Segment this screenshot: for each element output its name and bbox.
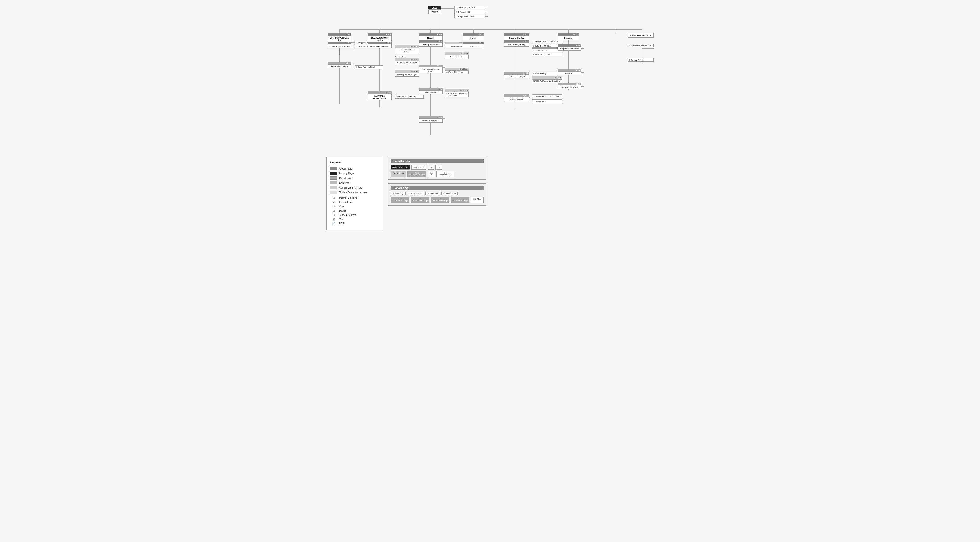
legend-title: Legend	[330, 161, 379, 164]
node-id-appropriate: 10.10 ID appropriate patients	[328, 62, 352, 69]
legend-external-icon: ↗	[330, 201, 337, 204]
internal-crosslink-icon: ⊡	[356, 41, 358, 44]
global-footer-title: Global Footer	[391, 186, 484, 190]
footer-exit-4: G.3 Exit Interstitial Page	[450, 197, 469, 203]
section-register: 60.00 Register	[558, 33, 579, 40]
footer-site-map: Site Map	[471, 197, 484, 203]
global-header-box: Global Header LUXTURNA LOGO ⊡ Patient Si…	[388, 157, 486, 180]
footer-exit-2: F.2 Exit Interstitial Page	[410, 197, 429, 203]
legend-tabbed: ⊟ Tabbed Content	[330, 214, 379, 217]
legend-label-child: Child Page	[339, 182, 351, 184]
header-logo: LUXTURNA LOGO	[391, 165, 410, 169]
legend-label-tertiary: Tertiary Content on a page	[339, 191, 367, 194]
node-defining-vision: 30.00 Defining vision loss	[419, 40, 442, 46]
footer-contact-icon: ⊡	[427, 192, 429, 194]
node-rpe65-protein: 20.00.20 RPE65 Protein Production	[395, 58, 419, 65]
legend-video-icon: ⊙	[330, 205, 337, 208]
swatch-global	[330, 167, 337, 170]
section-order-kits: Order Free Test Kits	[628, 33, 654, 38]
section-safety: 40.00 Safety	[463, 33, 484, 40]
home-code: 00.00	[428, 6, 441, 10]
internal-icon-pj1: ⊡	[533, 41, 535, 43]
node-getting-to-know: 10.00 Getting to know RPE65	[328, 41, 352, 48]
internal-icon-ofk2: ⊡	[629, 59, 631, 61]
header-pi: PI	[428, 165, 434, 169]
internal-crosslink-icon-3: ⊡	[356, 66, 358, 68]
global-footer-box: Global Footer ⊡ Spark Logo ⊡ Privacy Pol…	[388, 183, 486, 206]
production-label: Production	[395, 56, 405, 58]
global-header-title: Global Header	[391, 159, 484, 163]
footer-terms-icon: ⊡	[443, 192, 445, 194]
header-indication-isi: G.2 Indication & ISI	[436, 171, 454, 177]
legend-video2-icon: ▣	[330, 218, 337, 221]
external-icon-ps1: ↗	[533, 95, 535, 97]
spark-logo-icon: ⊡	[392, 192, 394, 194]
node-understanding-endpoints: 30.10 Understanding the end points	[419, 65, 442, 73]
home-node: 00.00 Home	[428, 6, 441, 14]
node-clinical-trial: 30.20.10 ⊙ Clinical trial (Before and af…	[445, 89, 469, 97]
node-visual-cycle: 20.00.30 Restoring the Visual Cycle	[395, 70, 419, 77]
video-icon-2: ⊙	[446, 92, 448, 95]
section-getting-started: 50.00 Getting Started	[504, 33, 529, 40]
legend-global-page: Global Page	[330, 167, 379, 170]
legend-popup-icon: ⊞	[330, 209, 337, 212]
footer-exit-1: P F.1 Exit Interstitial Page	[391, 197, 409, 203]
patient-support-links: ↗ GPS Website/ Treatment Center ↗ GPS We…	[531, 94, 562, 103]
internal-icon-3: ⊡	[456, 16, 458, 18]
legend-label-video: Video	[339, 205, 345, 208]
header-isi: ISI	[436, 165, 442, 169]
legend-external: ↗ External Link	[330, 201, 379, 204]
legend-label-internal: Internal Crosslink	[339, 196, 357, 199]
internal-crosslink-icon-2: ⊡	[356, 45, 358, 48]
legend-tabbed-icon: ⊟	[330, 214, 337, 217]
internal-icon-ofk: ⊡	[629, 45, 631, 47]
internal-icon-1: ⊡	[456, 6, 458, 8]
legend-label-content: Content within a Page	[339, 187, 362, 189]
top-link-2: ⊡ Efficacy 30.00	[454, 10, 485, 14]
top-links: ⊡ Order Test Kits 50.10 ⊡ Efficacy 30.00…	[454, 6, 485, 18]
legend-tertiary-page: Tertiary Content on a page	[330, 191, 379, 194]
footer-privacy-label: Privacy Policy	[411, 193, 423, 194]
legend-label-popup: Popup	[339, 209, 346, 212]
node-privacy-policy-ofk: ⊡ Privacy Policy	[628, 58, 654, 62]
legend-label-video2: Video	[339, 218, 345, 220]
legend-pdf: 📄 PDF	[330, 222, 379, 225]
header-link-home: Link to 00.00	[391, 171, 406, 177]
internal-icon-pj2: ⊡	[533, 45, 535, 47]
swatch-tertiary	[330, 191, 337, 194]
footer-exit-3: F.3 Exit Interstitial Page	[431, 197, 449, 203]
header-pi-row2: G.1 PI	[428, 171, 435, 177]
legend-pdf-icon: 📄	[330, 222, 337, 225]
legend: Legend Global Page Landing Page Parent P…	[326, 157, 383, 230]
legend-label-landing: Landing Page	[339, 172, 354, 175]
patient-site-icon: ⊡	[413, 166, 415, 169]
node-already-registered: 60.20 Already Registered	[558, 83, 581, 89]
node-order-free-kits: ⊡ Order Free Test Kits 50.10	[628, 44, 654, 48]
node-mlmt-cgi: 30.10.10 ⊙ MLMT CGI course	[445, 68, 469, 74]
node-patient-journey: 50.00 The patient journey	[504, 40, 529, 46]
swatch-content	[330, 186, 337, 189]
legend-video: ⊙ Video	[330, 205, 379, 208]
swatch-child	[330, 181, 337, 185]
node-thank-you: 60.10 Thank You	[558, 69, 581, 75]
node-register-updates: 60.00 Register for Updates	[558, 44, 581, 51]
internal-icon-pj4: ⊡	[533, 53, 535, 56]
legend-parent-page: Parent Page	[330, 176, 379, 180]
legend-label-pdf: PDF	[339, 222, 344, 225]
header-exit-interstitial: P H.1 Exit Interstitial Page	[407, 171, 426, 177]
footer-terms-label: Terms of Use	[445, 193, 456, 194]
node-safety-profile: 40.00 Safety Profile	[463, 41, 484, 48]
external-icon-ps2: ↗	[533, 100, 535, 102]
footer-spark-logo: Spark Logo	[395, 193, 404, 194]
top-link-3: ⊡ Registration 60.00	[454, 15, 485, 18]
top-link-1: ⊡ Order Test Kits 50.10	[454, 6, 485, 9]
swatch-landing	[330, 172, 337, 175]
external-icon-pj3: ↗	[533, 49, 535, 51]
legend-landing-page: Landing Page	[330, 172, 379, 175]
external-icon-ok1: ↗	[533, 72, 535, 75]
legend-label-tabbed: Tabbed Content	[339, 214, 356, 216]
section-who: 10.00 Who LUXTURNA is for	[328, 33, 352, 43]
node-order-genetic-kit: 50.10 Order a Genetic Kit	[504, 72, 529, 78]
legend-internal-icon: ⊡	[330, 196, 337, 199]
legend-label-parent: Parent Page	[339, 177, 352, 180]
